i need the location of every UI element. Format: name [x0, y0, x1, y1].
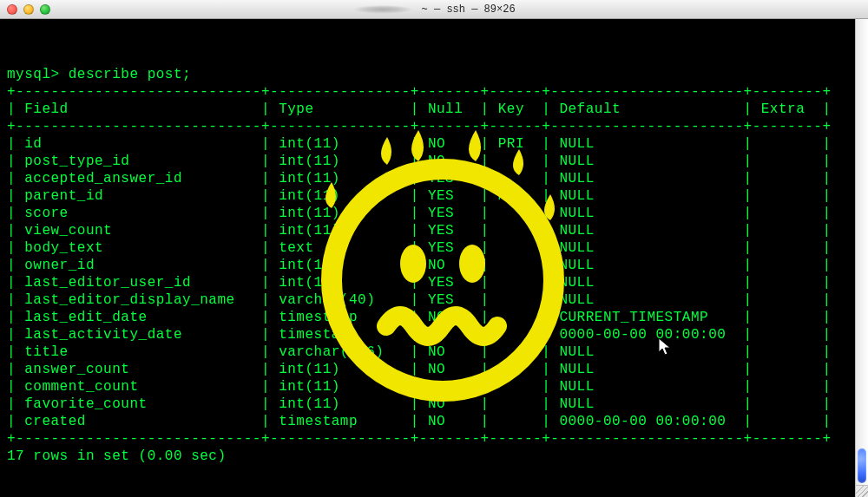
terminal-window: ~ — ssh — 89×26 mysql> describe post; +-…: [0, 0, 868, 497]
close-window-button[interactable]: [7, 4, 17, 15]
window-resize-grip[interactable]: [855, 485, 868, 497]
vertical-scrollbar[interactable]: [855, 19, 868, 485]
redacted-hostname: [352, 5, 413, 14]
terminal-viewport[interactable]: mysql> describe post; +-----------------…: [0, 26, 868, 497]
traffic-lights: [7, 4, 50, 15]
window-titlebar[interactable]: ~ — ssh — 89×26: [0, 0, 868, 19]
window-title-text: ~ — ssh — 89×26: [415, 3, 515, 16]
window-title: ~ — ssh — 89×26: [0, 3, 868, 16]
minimize-window-button[interactable]: [23, 4, 34, 15]
scrollbar-thumb[interactable]: [858, 448, 866, 483]
terminal-output: mysql> describe post; +-----------------…: [7, 66, 868, 482]
zoom-window-button[interactable]: [40, 4, 50, 15]
